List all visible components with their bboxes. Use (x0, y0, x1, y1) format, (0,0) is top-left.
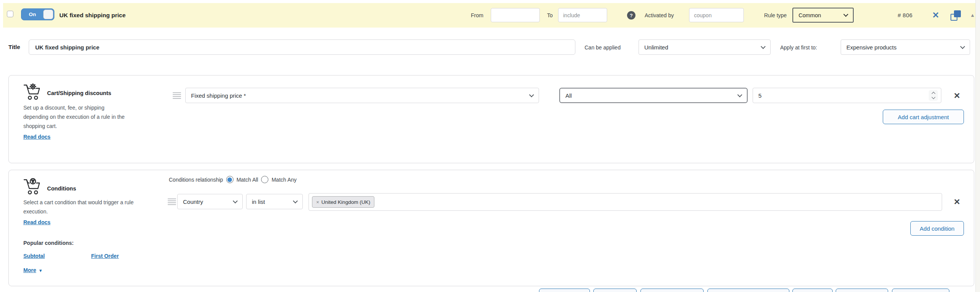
to-label: To (547, 3, 553, 28)
rule-type-label: Rule type (764, 3, 787, 28)
from-label: From (471, 3, 483, 28)
match-any-label: Match Any (271, 177, 296, 183)
apply-first-select[interactable]: Expensive products (841, 39, 970, 55)
conditions-section-heading: Conditions (47, 185, 76, 192)
conditions-read-docs-link[interactable]: Read docs (23, 219, 51, 225)
drag-handle-icon[interactable] (168, 198, 176, 206)
condition-type-select[interactable]: Country (177, 194, 243, 209)
can-be-applied-label: Can be applied (585, 44, 621, 51)
bottom-action-button[interactable] (892, 289, 949, 292)
add-condition-button[interactable]: Add condition (910, 221, 964, 236)
amount-field (753, 88, 941, 103)
rule-select-checkbox[interactable] (7, 11, 13, 17)
activated-by-input[interactable] (689, 8, 744, 22)
adjustment-type-select[interactable]: Fixed shipping price * (185, 88, 539, 103)
chevron-down-icon (233, 198, 238, 203)
cart-read-docs-link[interactable]: Read docs (23, 134, 51, 140)
rule-enabled-toggle[interactable]: On (21, 8, 54, 20)
toggle-knob (43, 10, 53, 19)
adjustment-type-value: Fixed shipping price * (191, 92, 246, 99)
copy-front-square (954, 10, 961, 17)
conditions-section: Conditions Select a cart condition that … (8, 170, 974, 286)
collapse-rule-icon[interactable]: ▲ (970, 3, 975, 28)
adjustment-qualifier-value: All (565, 92, 572, 99)
from-input[interactable] (491, 8, 540, 22)
chevron-down-icon (293, 198, 298, 203)
cart-section-heading: Cart/Shipping discounts (47, 90, 111, 96)
title-label: Title (8, 44, 20, 50)
rule-header-title: UK fixed shipping price (59, 3, 126, 28)
apply-first-label: Apply at first to: (780, 44, 817, 51)
chevron-down-icon (529, 92, 534, 97)
delete-rule-icon[interactable]: ✕ (932, 3, 939, 28)
duplicate-rule-icon[interactable] (951, 10, 961, 21)
more-arrow-icon: ▼ (38, 268, 42, 273)
chevron-down-icon (960, 44, 965, 49)
bottom-action-button[interactable] (593, 289, 637, 292)
rule-type-select[interactable]: Common (792, 8, 854, 23)
rule-header-bar: On UK fixed shipping price From To ? Act… (3, 3, 975, 28)
cart-gear-icon (23, 83, 42, 102)
condition-operator-select[interactable]: in list (246, 194, 303, 209)
bottom-action-button[interactable] (640, 289, 704, 292)
bottom-action-button[interactable] (707, 289, 789, 292)
pricing-rule-editor: On UK fixed shipping price From To ? Act… (0, 0, 980, 292)
condition-operator-value: in list (252, 198, 265, 205)
country-multiselect[interactable]: × United Kingdom (UK) (309, 193, 942, 211)
conditions-relationship-label: Conditions relationship (169, 177, 223, 183)
apply-first-value: Expensive products (846, 44, 897, 51)
bottom-action-button[interactable] (792, 289, 833, 292)
cart-filter-icon (23, 178, 42, 197)
toggle-on-label: On (21, 9, 43, 20)
help-icon[interactable]: ? (627, 11, 635, 20)
selected-country-tag: × United Kingdom (UK) (312, 196, 374, 208)
condition-type-value: Country (183, 198, 203, 205)
chevron-down-icon (843, 12, 848, 17)
activated-by-label: Activated by (645, 3, 674, 28)
bottom-action-button[interactable] (836, 289, 888, 292)
more-conditions-link[interactable]: More (23, 267, 36, 273)
scrollbar-track[interactable] (975, 0, 980, 292)
amount-input[interactable] (758, 92, 929, 99)
cart-discounts-section: Cart/Shipping discounts Set up a discoun… (8, 75, 974, 163)
number-stepper-icon[interactable] (929, 90, 938, 101)
chevron-down-icon (737, 92, 742, 97)
to-input[interactable] (558, 8, 607, 22)
conditions-section-description: Select a cart condition that would trigg… (23, 198, 134, 216)
bottom-action-button[interactable] (539, 289, 590, 292)
rule-number: # 806 (898, 3, 913, 28)
conditions-relationship-row: Conditions relationship Match All Match … (169, 176, 297, 183)
rule-type-value: Common (799, 12, 821, 18)
match-all-label: Match All (237, 177, 258, 183)
remove-tag-icon[interactable]: × (316, 199, 319, 205)
can-be-applied-value: Unlimited (644, 44, 668, 51)
add-cart-adjustment-button[interactable]: Add cart adjustment (883, 110, 964, 124)
match-any-radio[interactable] (261, 176, 268, 183)
adjustment-qualifier-select[interactable]: All (559, 88, 748, 103)
title-input[interactable] (29, 39, 575, 55)
match-all-radio[interactable] (226, 176, 234, 183)
can-be-applied-select[interactable]: Unlimited (639, 39, 771, 55)
chevron-down-icon (761, 44, 766, 49)
drag-handle-icon[interactable] (173, 92, 181, 100)
popular-link-subtotal[interactable]: Subtotal (23, 253, 45, 259)
popular-link-first-order[interactable]: First Order (91, 253, 119, 259)
cart-section-description: Set up a discount, fee, or shipping depe… (23, 103, 127, 131)
popular-conditions-label: Popular conditions: (23, 240, 74, 246)
selected-country-tag-label: United Kingdom (UK) (322, 199, 371, 205)
remove-adjustment-button[interactable]: ✕ (954, 92, 960, 100)
remove-condition-button[interactable]: ✕ (954, 198, 960, 206)
